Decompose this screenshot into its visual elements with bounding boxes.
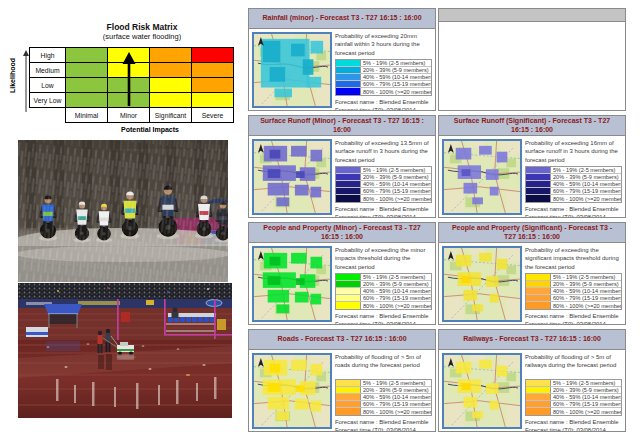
panel-title: People and Property (Significant) - Fore…	[439, 223, 625, 243]
forecast-name-line: Forecast name : Blended Ensemble	[525, 313, 622, 319]
forecast-name-line: Forecast name : Blended Ensemble	[335, 313, 432, 319]
legend-label: 5% - 19% (2-5 members)	[550, 274, 621, 280]
panel-body: Probability of exceeding 13.5mm of surfa…	[249, 136, 435, 218]
forecast-panel-surface-runoff-minor: Surface Runoff (Minor) - Forecast T3 - T…	[248, 115, 436, 218]
probability-legend: 5% - 19% (2-5 members)20% - 39% (5-9 mem…	[525, 273, 622, 310]
legend-row: 40% - 59% (10-14 members)	[526, 394, 621, 401]
matrix-cell	[65, 92, 108, 108]
matrix-row-label: Very Low	[29, 92, 66, 108]
panel-body: Probability of exceeding 16mm of surface…	[439, 136, 625, 218]
panel-title: Surface Runoff (Minor) - Forecast T3 - T…	[249, 116, 435, 136]
panel-description: Probability of exceeding 20mm rainfall w…	[335, 32, 432, 57]
legend-row: 20% - 39% (5-9 members)	[526, 174, 621, 181]
legend-row: 60% - 79% (15-19 members)	[336, 188, 431, 195]
forecast-name-line: Forecast name : Blended Ensemble	[335, 206, 432, 212]
legend-swatch	[336, 174, 360, 180]
forecast-name-line: Forecast name : Blended Ensemble	[525, 206, 622, 212]
matrix-cell	[149, 47, 192, 63]
legend-row: 60% - 79% (15-19 members)	[526, 295, 621, 302]
forecast-time-line: Forecast time (T0): 03/08/2014 13:00 GMT	[335, 107, 432, 111]
legend-label: 20% - 39% (5-9 members)	[550, 281, 621, 287]
legend-row: 80% - 100% (>=20 members)	[526, 195, 621, 202]
legend-label: 5% - 19% (2-5 members)	[550, 380, 621, 386]
matrix-col-label: Severe	[191, 107, 234, 123]
panel-description: Probability of exceeding the significant…	[525, 246, 622, 271]
forecast-time-line: Forecast time (T0): 03/08/2014 13:00 GMT	[525, 214, 622, 218]
empty-panel-body	[439, 22, 625, 110]
legend-label: 80% - 100% (>=20 members)	[550, 408, 621, 415]
flood-risk-matrix: Flood Risk Matrix (surface water floodin…	[4, 6, 244, 138]
legend-row: 80% - 100% (>=20 members)	[526, 302, 621, 309]
legend-swatch	[526, 281, 550, 287]
legend-label: 80% - 100% (>=20 members)	[360, 195, 431, 202]
legend-swatch	[336, 195, 360, 202]
panel-title: People and Property (Minor) - Forecast T…	[249, 223, 435, 243]
forecast-map	[252, 353, 332, 429]
legend-swatch	[526, 181, 550, 187]
legend-label: 60% - 79% (15-19 members)	[360, 81, 431, 87]
legend-label: 60% - 79% (15-19 members)	[360, 401, 431, 407]
panel-body: Probability of flooding of > 5m of railw…	[439, 350, 625, 432]
forecast-name-line: Forecast name : Blended Ensemble	[335, 419, 432, 425]
matrix-cell	[191, 77, 234, 93]
legend-label: 20% - 39% (5-9 members)	[360, 67, 431, 73]
panel-title: Surface Runoff (Significant) - Forecast …	[439, 116, 625, 136]
panel-body: Probability of exceeding the minor impac…	[249, 243, 435, 325]
legend-swatch	[336, 74, 360, 80]
legend-label: 60% - 79% (15-19 members)	[360, 295, 431, 301]
matrix-cell	[149, 92, 192, 108]
forecast-map	[252, 139, 332, 215]
forecast-map	[442, 353, 522, 429]
map-image	[254, 34, 330, 106]
legend-row: 40% - 59% (10-14 members)	[336, 74, 431, 81]
forecast-panel-rainfall-minor: Rainfall (minor) - Forecast T3 - T27 16:…	[248, 8, 436, 111]
legend-label: 60% - 79% (15-19 members)	[550, 188, 621, 194]
panel-description: Probability of exceeding 13.5mm of surfa…	[335, 139, 432, 164]
forecast-name-line: Forecast name : Blended Ensemble	[335, 99, 432, 105]
probability-legend: 5% - 19% (2-5 members)20% - 39% (5-9 mem…	[335, 379, 432, 416]
legend-row: 5% - 19% (2-5 members)	[526, 380, 621, 387]
legend-row: 5% - 19% (2-5 members)	[336, 167, 431, 174]
panel-description: Probability of flooding of > 5m of roads…	[335, 353, 432, 377]
legend-swatch	[526, 394, 550, 400]
legend-row: 5% - 19% (2-5 members)	[526, 274, 621, 281]
legend-swatch	[336, 295, 360, 301]
legend-row: 5% - 19% (2-5 members)	[336, 380, 431, 387]
legend-swatch	[526, 195, 550, 202]
legend-row: 20% - 39% (5-9 members)	[336, 67, 431, 74]
legend-row: 40% - 59% (10-14 members)	[526, 181, 621, 188]
legend-swatch	[336, 81, 360, 87]
legend-swatch	[526, 387, 550, 393]
probability-legend: 5% - 19% (2-5 members)20% - 39% (5-9 mem…	[335, 59, 432, 96]
legend-label: 20% - 39% (5-9 members)	[360, 387, 431, 393]
panel-body: Probability of flooding of > 5m of roads…	[249, 350, 435, 432]
legend-label: 40% - 59% (10-14 members)	[360, 288, 431, 294]
legend-label: 20% - 39% (5-9 members)	[360, 281, 431, 287]
legend-swatch	[336, 408, 360, 415]
legend-swatch	[526, 167, 550, 173]
panel-detail: Probability of exceeding 13.5mm of surfa…	[335, 139, 432, 218]
matrix-row-label: High	[29, 47, 66, 63]
forecast-map	[252, 32, 332, 108]
panel-description: Probability of exceeding 16mm of surface…	[525, 139, 622, 164]
legend-row: 60% - 79% (15-19 members)	[336, 401, 431, 408]
forecast-map	[442, 139, 522, 215]
legend-label: 40% - 59% (10-14 members)	[360, 74, 431, 80]
forecast-panel-people-property-significant: People and Property (Significant) - Fore…	[438, 222, 626, 325]
legend-row: 80% - 100% (>=20 members)	[336, 195, 431, 202]
legend-swatch	[526, 274, 550, 280]
legend-swatch	[526, 302, 550, 309]
panel-description: Probability of exceeding the minor impac…	[335, 246, 432, 271]
legend-label: 80% - 100% (>=20 members)	[550, 302, 621, 309]
legend-swatch	[526, 174, 550, 180]
matrix-cell	[191, 47, 234, 63]
legend-label: 80% - 100% (>=20 members)	[550, 195, 621, 202]
map-image	[444, 248, 520, 320]
legend-label: 60% - 79% (15-19 members)	[550, 295, 621, 301]
matrix-row-label: Low	[29, 77, 66, 93]
legend-swatch	[336, 281, 360, 287]
panel-title: Rainfall (minor) - Forecast T3 - T27 16:…	[249, 9, 435, 29]
legend-row: 40% - 59% (10-14 members)	[336, 181, 431, 188]
legend-row: 20% - 39% (5-9 members)	[336, 174, 431, 181]
panel-detail: Probability of exceeding 20mm rainfall w…	[335, 32, 432, 111]
